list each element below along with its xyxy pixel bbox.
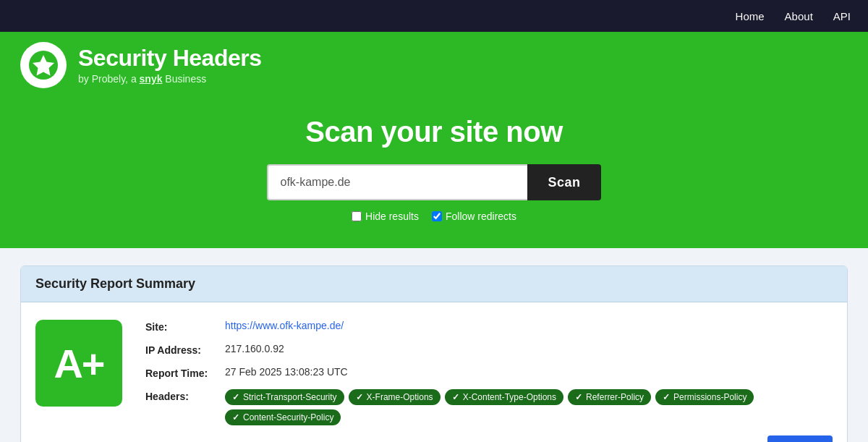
brand-text: Security Headers by Probely, a snyk Busi… <box>78 46 261 84</box>
hero-title: Scan your site now <box>14 116 854 148</box>
nav-about[interactable]: About <box>785 10 813 22</box>
hide-results-checkbox[interactable] <box>352 211 362 221</box>
site-label: Site: <box>145 320 225 333</box>
report-section-title: Security Report Summary <box>35 276 833 292</box>
nav-home[interactable]: Home <box>736 10 765 22</box>
report-time-value: 27 Feb 2025 13:08:23 UTC <box>225 366 833 378</box>
headers-value: Strict-Transport-SecurityX-Frame-Options… <box>225 389 833 425</box>
grade-box: A+ <box>35 320 122 407</box>
main-content: Security Report Summary A+ Site: https:/… <box>0 248 868 442</box>
scan-options: Hide results Follow redirects <box>14 211 854 222</box>
report-body: A+ Site: https://www.ofk-kampe.de/ IP Ad… <box>21 302 847 442</box>
follow-redirects-label[interactable]: Follow redirects <box>432 211 516 222</box>
logo <box>20 42 67 88</box>
scan-button[interactable]: Scan <box>527 164 600 200</box>
header-badge: Referrer-Policy <box>568 389 651 405</box>
try-now-button[interactable]: Try Now <box>767 435 833 442</box>
report-card: Security Report Summary A+ Site: https:/… <box>20 265 848 442</box>
grade-value: A+ <box>54 340 103 387</box>
site-value: https://www.ofk-kampe.de/ <box>225 320 833 331</box>
headers-label: Headers: <box>145 389 225 402</box>
report-details: Site: https://www.ofk-kampe.de/ IP Addre… <box>145 320 833 442</box>
ip-value: 217.160.0.92 <box>225 343 833 354</box>
headers-list: Strict-Transport-SecurityX-Frame-Options… <box>225 389 833 425</box>
report-time-row: Report Time: 27 Feb 2025 13:08:23 UTC <box>145 366 833 379</box>
site-header: Security Headers by Probely, a snyk Busi… <box>0 32 868 248</box>
site-row: Site: https://www.ofk-kampe.de/ <box>145 320 833 333</box>
brand-title: Security Headers <box>78 46 261 71</box>
scan-input[interactable] <box>267 164 527 200</box>
header-badge: X-Frame-Options <box>349 389 441 405</box>
site-link[interactable]: https://www.ofk-kampe.de/ <box>225 320 344 331</box>
hide-results-label[interactable]: Hide results <box>352 211 419 222</box>
header-badge: Permissions-Policy <box>655 389 754 405</box>
report-card-header: Security Report Summary <box>21 266 847 302</box>
main-nav: Home About API <box>0 0 868 32</box>
header-badge: Strict-Transport-Security <box>225 389 344 405</box>
nav-api[interactable]: API <box>833 10 851 22</box>
header-badge: Content-Security-Policy <box>225 409 341 425</box>
scan-form: Scan <box>14 164 854 200</box>
headers-row: Headers: Strict-Transport-SecurityX-Fram… <box>145 389 833 425</box>
brand-subtitle: by Probely, a snyk Business <box>78 73 261 85</box>
header-badge: X-Content-Type-Options <box>445 389 563 405</box>
advanced-row: Advanced: Wow, amazing grade! Perform a … <box>145 435 833 442</box>
report-time-label: Report Time: <box>145 366 225 379</box>
ip-row: IP Address: 217.160.0.92 <box>145 343 833 356</box>
hero-section: Scan your site now Scan Hide results Fol… <box>0 95 868 248</box>
ip-label: IP Address: <box>145 343 225 356</box>
follow-redirects-checkbox[interactable] <box>432 211 442 221</box>
